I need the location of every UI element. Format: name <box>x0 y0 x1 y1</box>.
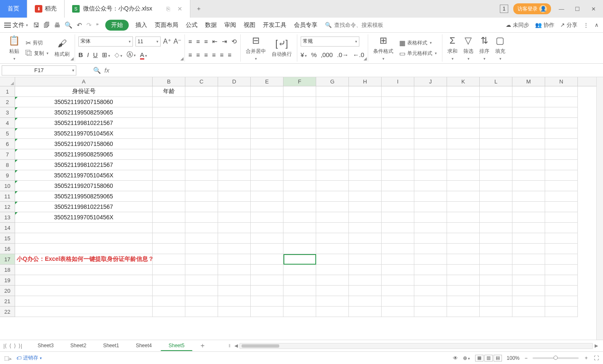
cell-F11[interactable] <box>283 191 316 202</box>
cell-I9[interactable] <box>382 170 414 181</box>
cell-D5[interactable] <box>218 128 251 139</box>
cell-L8[interactable] <box>480 160 512 170</box>
cell-L15[interactable] <box>480 233 512 244</box>
column-header-I[interactable]: I <box>382 77 414 86</box>
cell-C21[interactable] <box>185 296 218 307</box>
cell-M9[interactable] <box>512 170 545 181</box>
command-search[interactable]: 🔍 <box>325 22 393 28</box>
indent-dec-icon[interactable]: ⇤ <box>212 38 218 45</box>
cell-I1[interactable] <box>382 86 414 97</box>
cell-D10[interactable] <box>218 181 251 191</box>
sheet-last-icon[interactable]: ⟩| <box>18 343 22 349</box>
cell-J2[interactable] <box>414 97 447 107</box>
cell-F17[interactable] <box>283 254 316 265</box>
cell-H6[interactable] <box>349 139 382 149</box>
cell-G13[interactable] <box>316 212 349 223</box>
clipboard-launcher-icon[interactable]: ◢ <box>70 56 74 61</box>
ribbon-tab-dev[interactable]: 开发工具 <box>262 20 287 31</box>
cell-L21[interactable] <box>480 296 512 307</box>
cell-F5[interactable] <box>283 128 316 139</box>
cell-E8[interactable] <box>251 160 283 170</box>
cell-E14[interactable] <box>251 223 283 233</box>
row-header[interactable]: 8 <box>0 160 15 170</box>
font-launcher-icon[interactable]: ◢ <box>180 56 184 61</box>
pin-icon[interactable]: ⎘ <box>166 5 170 12</box>
cell-F18[interactable] <box>283 265 316 275</box>
cell-B17[interactable] <box>153 254 185 265</box>
align-bottom-icon[interactable]: ≡ <box>204 38 208 45</box>
zoom-slider[interactable] <box>533 357 579 359</box>
cell-N4[interactable] <box>545 118 578 128</box>
align-justify-icon[interactable]: ≡ <box>212 51 216 58</box>
formula-input[interactable] <box>112 65 601 75</box>
cell-F9[interactable] <box>283 170 316 181</box>
cell-G2[interactable] <box>316 97 349 107</box>
underline-button[interactable]: U <box>93 51 98 58</box>
column-header-J[interactable]: J <box>414 77 447 86</box>
cell-E6[interactable] <box>251 139 283 149</box>
cell-C11[interactable] <box>185 191 218 202</box>
cell-H3[interactable] <box>349 107 382 118</box>
cell-E2[interactable] <box>251 97 283 107</box>
cell-B14[interactable] <box>153 223 185 233</box>
cell-A8[interactable]: 350521199810221567 <box>15 160 153 170</box>
view-break-icon[interactable]: ▤ <box>494 355 502 361</box>
sheet-prev-icon[interactable]: ⟨ <box>9 343 11 349</box>
cell-C5[interactable] <box>185 128 218 139</box>
cell-H4[interactable] <box>349 118 382 128</box>
cell-I19[interactable] <box>382 275 414 286</box>
save-as-icon[interactable]: 🗐 <box>44 21 50 29</box>
cell-H9[interactable] <box>349 170 382 181</box>
cell-H12[interactable] <box>349 202 382 212</box>
cell-H17[interactable] <box>349 254 382 265</box>
font-color-button[interactable]: A <box>140 51 147 58</box>
select-all-corner[interactable] <box>0 77 15 86</box>
cell-E3[interactable] <box>251 107 283 118</box>
cell-H10[interactable] <box>349 181 382 191</box>
row-header[interactable]: 15 <box>0 233 15 244</box>
percent-icon[interactable]: % <box>311 51 317 58</box>
namebox-dropdown-icon[interactable]: ▾ <box>72 68 74 73</box>
cell-G4[interactable] <box>316 118 349 128</box>
inc-decimal-icon[interactable]: .0→ <box>337 51 349 58</box>
sheet-tab-sheet1[interactable]: Sheet1 <box>95 341 127 351</box>
cell-M3[interactable] <box>512 107 545 118</box>
cell-H19[interactable] <box>349 275 382 286</box>
cell-L12[interactable] <box>480 202 512 212</box>
close-window-icon[interactable]: ✕ <box>588 3 599 14</box>
cell-J22[interactable] <box>414 307 447 317</box>
cell-G21[interactable] <box>316 296 349 307</box>
hscroll-splitter-icon[interactable]: ⦀ <box>226 343 233 348</box>
cell-C13[interactable] <box>185 212 218 223</box>
guest-login-button[interactable]: 访客登录 👤 <box>513 3 551 14</box>
cell-G3[interactable] <box>316 107 349 118</box>
cell-D18[interactable] <box>218 265 251 275</box>
cell-A19[interactable] <box>15 275 153 286</box>
cell-I20[interactable] <box>382 286 414 296</box>
save-icon[interactable]: 🖫 <box>33 21 39 29</box>
row-header[interactable]: 12 <box>0 202 15 212</box>
column-header-K[interactable]: K <box>447 77 480 86</box>
cell-J1[interactable] <box>414 86 447 97</box>
cell-H8[interactable] <box>349 160 382 170</box>
cell-C20[interactable] <box>185 286 218 296</box>
cell-J15[interactable] <box>414 233 447 244</box>
cell-F1[interactable] <box>283 86 316 97</box>
collab-button[interactable]: 👥协作 <box>535 21 554 29</box>
hscroll-right-icon[interactable]: ▶ <box>593 343 600 348</box>
row-header[interactable]: 9 <box>0 170 15 181</box>
cell-style-button[interactable]: ▭单元格样式 <box>398 49 439 58</box>
cell-L2[interactable] <box>480 97 512 107</box>
cell-C14[interactable] <box>185 223 218 233</box>
cell-F22[interactable] <box>283 307 316 317</box>
cell-D21[interactable] <box>218 296 251 307</box>
cell-N13[interactable] <box>545 212 578 223</box>
cell-D17[interactable] <box>218 254 251 265</box>
cell-D6[interactable] <box>218 139 251 149</box>
cell-J5[interactable] <box>414 128 447 139</box>
row-header[interactable]: 22 <box>0 307 15 317</box>
cond-format-button[interactable]: ⊞条件格式 <box>372 36 395 61</box>
cell-C6[interactable] <box>185 139 218 149</box>
cell-H11[interactable] <box>349 191 382 202</box>
cell-A14[interactable] <box>15 223 153 233</box>
